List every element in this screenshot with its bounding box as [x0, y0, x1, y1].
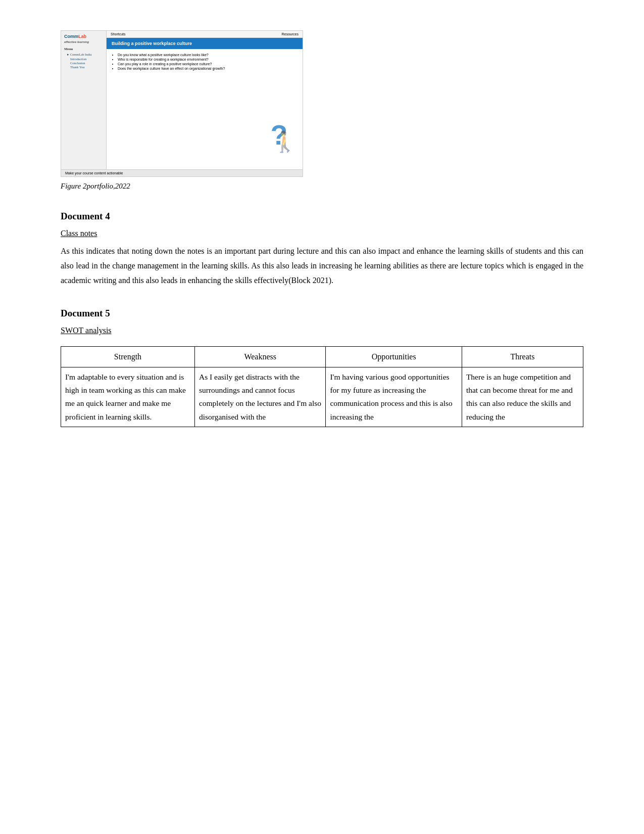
- screenshot-menu-label: Menu: [64, 47, 103, 51]
- screenshot-menu-item-1: ▸ CommLab India: [67, 53, 103, 57]
- figure-caption: Figure 2portfolio,2022: [61, 182, 583, 191]
- screenshot-image: CommLab effective learning Menu ▸ CommLa…: [61, 30, 303, 177]
- screenshot-content: Do you know what a positive workplace cu…: [107, 49, 303, 176]
- person-figure: 🚶: [272, 130, 298, 154]
- table-row: I'm adaptable to every situation and is …: [61, 367, 583, 427]
- document5-subheading: SWOT analysis: [61, 326, 112, 335]
- table-header-threats: Threats: [462, 347, 583, 367]
- screenshot-header: Building a positive workplace culture: [107, 38, 303, 49]
- table-cell-opportunities: I'm having various good opportunities fo…: [326, 367, 462, 427]
- screenshot-menu-item-4: Thank You: [70, 65, 103, 69]
- screenshot-bullet-3: Can you play a role in creating a positi…: [118, 62, 298, 66]
- table-cell-weakness: As I easily get distracts with the surro…: [194, 367, 326, 427]
- shortcuts-label: Shortcuts: [111, 32, 126, 36]
- document4-subheading: Class notes: [61, 229, 97, 238]
- table-header-weakness: Weakness: [194, 347, 326, 367]
- screenshot-main: Shortcuts Resources Building a positive …: [107, 31, 303, 176]
- resources-label: Resources: [282, 32, 299, 36]
- screenshot-footer: Make your course content actionable: [61, 169, 303, 176]
- screenshot-menu-item-3: Conclusion: [70, 61, 103, 65]
- table-cell-strength: I'm adaptable to every situation and is …: [61, 367, 195, 427]
- swot-table: Strength Weakness Opportunities Threats …: [61, 346, 583, 427]
- table-cell-threats: There is an huge competition and that ca…: [462, 367, 583, 427]
- document5-heading: Document 5: [61, 308, 583, 319]
- document4-heading: Document 4: [61, 211, 583, 222]
- screenshot-bullet-4: Does the workplace culture have an effec…: [118, 67, 298, 70]
- screenshot-bullet-2: Who is responsible for creating a workpl…: [118, 58, 298, 61]
- screenshot-bullet-1: Do you know what a positive workplace cu…: [118, 53, 298, 57]
- screenshot-topbar: Shortcuts Resources: [107, 31, 303, 38]
- screenshot-logo: CommLab effective learning: [64, 34, 103, 44]
- table-header-strength: Strength: [61, 347, 195, 367]
- screenshot-sidebar: CommLab effective learning Menu ▸ CommLa…: [61, 31, 107, 176]
- screenshot-menu-item-2: Introduction: [70, 57, 103, 61]
- document4-paragraph: As this indicates that noting down the n…: [61, 244, 583, 288]
- table-header-opportunities: Opportunities: [326, 347, 462, 367]
